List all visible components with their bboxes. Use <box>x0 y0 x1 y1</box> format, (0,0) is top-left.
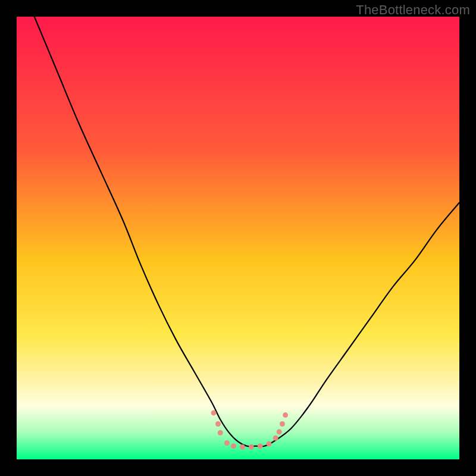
svg-point-3 <box>211 410 217 415</box>
svg-point-7 <box>231 443 236 449</box>
svg-point-11 <box>267 441 272 446</box>
svg-point-10 <box>258 443 263 449</box>
svg-point-12 <box>273 436 278 441</box>
svg-point-6 <box>224 440 230 446</box>
svg-point-13 <box>277 429 282 434</box>
svg-point-9 <box>249 444 254 450</box>
svg-point-14 <box>280 421 285 427</box>
chart-frame: TheBottleneck.com <box>0 0 476 476</box>
svg-rect-2 <box>17 17 459 459</box>
svg-point-5 <box>218 430 223 436</box>
svg-point-4 <box>215 421 221 427</box>
svg-point-15 <box>283 412 288 418</box>
bottleneck-chart <box>0 0 476 476</box>
svg-point-8 <box>240 444 245 450</box>
watermark: TheBottleneck.com <box>356 2 470 18</box>
